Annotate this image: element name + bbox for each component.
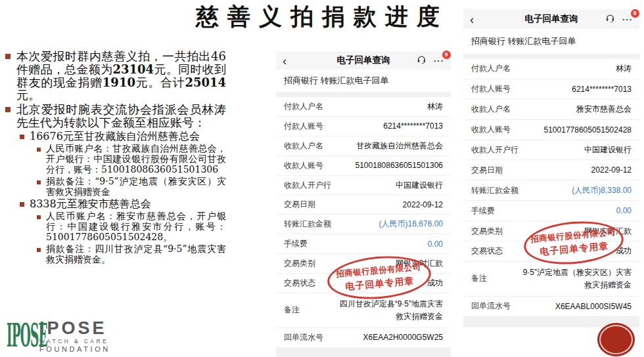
receipt-row: 付款人户名林涛 xyxy=(463,59,639,79)
bullet-marker xyxy=(37,148,41,152)
row-label: 回单流水号 xyxy=(471,301,511,312)
headset-icon[interactable] xyxy=(605,13,615,26)
bullet-text: 北京爱报时腕表交流协会指派会员林涛先生代为转款以下金额至相应账号： xyxy=(16,103,226,129)
receipt-row: 转账汇款金额(人民币)8,338.00 xyxy=(463,180,639,201)
bullet-marker xyxy=(5,107,11,112)
notification-badge: 9 xyxy=(442,51,451,59)
row-label: 付款人账号 xyxy=(284,121,323,132)
headset-icon[interactable] xyxy=(417,54,426,67)
bullet-marker xyxy=(37,180,41,184)
ipose-logo: IPOSE IPOSE WATCH & CARE FOUNDATION xyxy=(7,320,110,353)
notification-badge: 9 xyxy=(631,9,639,18)
row-label: 备注 xyxy=(284,304,300,316)
row-value: 6214********7013 xyxy=(572,85,632,94)
nav-bar: ‹ 电子回单查询 ···9 xyxy=(463,9,639,29)
logo-name: IPOSE xyxy=(39,320,110,337)
footer-bar xyxy=(276,348,451,357)
page-title: 慈善义拍捐款进度 xyxy=(177,1,467,32)
row-label: 付款人账号 xyxy=(471,83,511,94)
row-label: 手续费 xyxy=(284,238,308,249)
logo-subtitle-watch-care: WATCH & CARE xyxy=(39,338,110,345)
row-value: 2022-09-12 xyxy=(403,200,443,209)
row-label: 付款人户名 xyxy=(471,63,511,74)
row-value: X6EAA2H0000G5W25 xyxy=(363,333,443,342)
receipt-row: 收款人开户行中国建设银行 xyxy=(463,140,639,161)
row-label: 收款人户名 xyxy=(284,140,323,152)
row-value-amount: (人民币)8,338.00 xyxy=(572,185,632,196)
bullet-marker xyxy=(20,202,24,207)
row-value: 6214********7013 xyxy=(383,121,443,131)
receipt-row: 付款人账号6214********7013 xyxy=(276,117,451,136)
row-value-fee: 0.00 xyxy=(616,206,632,215)
section-divider xyxy=(276,92,451,97)
row-value: 中国建设银行 xyxy=(584,144,632,156)
receipt-row-serial: 回单流水号X6EAABL000SI5W45 xyxy=(463,297,639,317)
bullet-text: 8338元至雅安市慈善总会 xyxy=(30,198,151,210)
section-divider xyxy=(463,54,639,59)
doc-title: 招商银行 转账汇款电子回单 xyxy=(276,70,451,92)
bullet-marker xyxy=(37,215,41,219)
receipt-row: 交易日期2022-09-12 xyxy=(276,195,451,215)
row-label: 转账汇款金额 xyxy=(471,185,518,196)
bullet-marker xyxy=(20,135,24,139)
logo-monogram: IPOSE xyxy=(7,320,39,351)
receipt-row-serial: 回单流水号X6EAA2H0000G5W25 xyxy=(276,328,451,348)
receipt-row: 收款人户名雅安市慈善总会 xyxy=(463,100,639,120)
row-value-fee: 0.00 xyxy=(428,240,443,249)
more-menu-icon[interactable]: ···9 xyxy=(434,56,444,66)
row-label: 回单流水号 xyxy=(284,332,323,343)
row-label: 付款人户名 xyxy=(284,101,323,112)
receipt-row: 手续费0.00 xyxy=(276,234,451,254)
row-value: 9·5”泸定地震（雅安灾区）灾害救灾捐赠资金 xyxy=(523,266,632,291)
row-label: 交易类别 xyxy=(471,226,503,237)
bullet-text: 人民币账户名：甘孜藏族自治州慈善总会，开户银行：中国建设银行股份有限公司甘孜分行… xyxy=(46,144,226,175)
row-label: 交易类别 xyxy=(284,258,315,269)
row-value: 林涛 xyxy=(427,101,443,112)
logo-subtitle-foundation: FOUNDATION xyxy=(39,345,110,353)
row-value-amount: (人民币)16,676.00 xyxy=(379,219,443,230)
receipt-row: 转账汇款金额(人民币)16,676.00 xyxy=(276,215,451,234)
row-value: 51001778605051502428 xyxy=(544,125,632,135)
bullet-text: 16676元至甘孜藏族自治州慈善总会 xyxy=(30,131,200,142)
row-value: 51001808636051501306 xyxy=(356,161,443,170)
bullet-ganzi-note: 捐款备注：“9·5”泸定地震（雅安灾区）灾害救灾捐赠资金 xyxy=(37,177,226,198)
receipt-row: 付款人账号6214********7013 xyxy=(463,79,639,100)
bullet-marker xyxy=(5,54,11,59)
row-label: 收款人开户行 xyxy=(471,144,518,156)
row-value: 2022-09-12 xyxy=(591,165,632,175)
row-value: 雅安市慈善总会 xyxy=(576,104,632,115)
row-label: 交易日期 xyxy=(471,165,503,176)
bullet-ganzi-account: 人民币账户名：甘孜藏族自治州慈善总会，开户银行：中国建设银行股份有限公司甘孜分行… xyxy=(37,144,226,175)
row-label: 收款人账号 xyxy=(471,124,511,135)
bullet-transfer-intro: 北京爱报时腕表交流协会指派会员林涛先生代为转款以下金额至相应账号： xyxy=(5,103,226,129)
more-menu-icon[interactable]: ···9 xyxy=(622,14,633,24)
row-label: 手续费 xyxy=(471,205,495,217)
row-label: 交易状态 xyxy=(471,245,503,257)
row-value: X6EAABL000SI5W45 xyxy=(555,302,632,311)
receipt-row: 收款人账号51001808636051501306 xyxy=(276,156,451,176)
row-label: 交易日期 xyxy=(284,199,315,210)
red-seal xyxy=(597,323,635,356)
bullet-yaan-head: 8338元至雅安市慈善总会 xyxy=(20,198,226,210)
receipt-row: 交易日期2022-09-12 xyxy=(463,160,639,180)
row-value: 成功 xyxy=(427,278,443,289)
logo-text: IPOSE WATCH & CARE FOUNDATION xyxy=(39,320,110,353)
row-label: 交易状态 xyxy=(284,278,315,289)
receipt-screenshot-yaan: ‹ 电子回单查询 ···9 招商银行 转账汇款电子回单 付款人户名林涛 付款人账… xyxy=(463,4,639,320)
status-spacer xyxy=(276,46,451,51)
bullet-yaan-note: 捐款备注：四川甘孜泸定县“9·5”地震灾害救灾捐赠资金。 xyxy=(37,244,226,265)
summary-text-block: 本次爱报时群内慈善义拍，一共拍出46件赠品，总金额为23104元。同时收到群友的… xyxy=(5,50,226,266)
row-label: 收款人账号 xyxy=(284,160,323,171)
row-value: 林涛 xyxy=(616,63,632,74)
bullet-text: 本次爱报时群内慈善义拍，一共拍出46件赠品，总金额为23104元。同时收到群友的… xyxy=(16,50,226,102)
row-value: 中国建设银行 xyxy=(396,180,443,191)
bullet-text: 捐款备注：“9·5”泸定地震（雅安灾区）灾害救灾捐赠资金 xyxy=(46,177,226,198)
receipt-row: 付款人户名林涛 xyxy=(276,97,451,117)
receipt-screenshot-ganzi: ‹ 电子回单查询 ···9 招商银行 转账汇款电子回单 付款人户名林涛 付款人账… xyxy=(276,46,451,357)
nav-bar: ‹ 电子回单查询 ···9 xyxy=(276,51,451,70)
row-value: 四川甘孜泸定县“9·5”地震灾害救灾捐赠资金 xyxy=(340,298,443,323)
bullet-text: 人民币账户名：雅安市慈善总会，开户银行：中国建设银行雅安市分行，账号：51001… xyxy=(46,211,226,243)
bullet-text: 捐款备注：四川甘孜泸定县“9·5”地震灾害救灾捐赠资金。 xyxy=(46,244,226,265)
bullet-marker xyxy=(37,248,41,252)
receipt-row: 收款人账号51001778605051502428 xyxy=(463,120,639,140)
